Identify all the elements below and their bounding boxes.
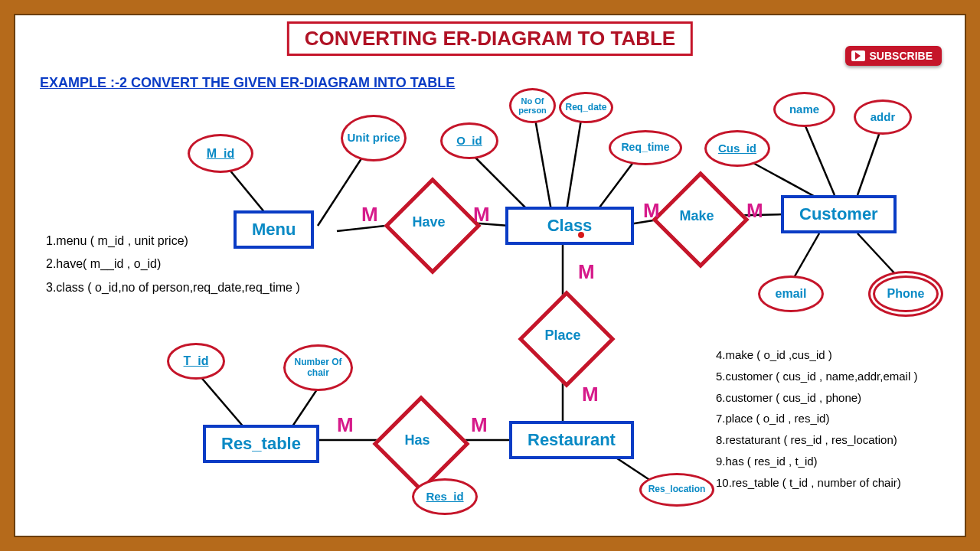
- attr-unit-price: Unit price: [341, 115, 407, 161]
- card-m: M: [578, 260, 595, 284]
- attr-name: name: [773, 92, 835, 127]
- attr-m-id: M_id: [188, 134, 253, 173]
- attr-phone: Phone: [873, 276, 939, 312]
- card-m: M: [337, 413, 354, 437]
- card-m: M: [361, 203, 378, 227]
- svg-line-5: [534, 115, 551, 210]
- entity-restaurant: Restaurant: [509, 421, 634, 459]
- diagram-canvas: CONVERTING ER-DIAGRAM TO TABLE EXAMPLE :…: [14, 14, 966, 537]
- pointer-dot: [578, 232, 584, 238]
- attr-res-id: Res_id: [412, 478, 478, 515]
- attr-num-chair: Number Of chair: [283, 344, 353, 391]
- svg-line-12: [858, 130, 880, 195]
- entity-customer: Customer: [781, 195, 897, 233]
- card-m: M: [746, 199, 763, 223]
- attr-res-location: Res_location: [639, 473, 714, 507]
- svg-line-11: [804, 122, 835, 195]
- attr-cus-id: Cus_id: [704, 130, 770, 167]
- svg-line-6: [567, 115, 582, 210]
- relation-make: Make: [666, 185, 727, 246]
- entity-res-table: Res_table: [203, 425, 319, 463]
- card-m: M: [643, 199, 660, 223]
- attr-req-date: Req_date: [559, 92, 613, 123]
- attr-addr: addr: [854, 99, 912, 135]
- attr-email: email: [758, 276, 824, 312]
- relation-place: Place: [532, 305, 593, 366]
- card-m: M: [473, 203, 490, 227]
- relation-have: Have: [398, 191, 459, 253]
- connector-lines: [15, 15, 965, 536]
- attr-req-time: Req_time: [609, 130, 682, 165]
- entity-class: Class: [505, 207, 634, 245]
- attr-o-id: O_id: [440, 122, 498, 159]
- svg-line-19: [199, 375, 245, 429]
- entity-menu: Menu: [234, 210, 314, 249]
- card-m: M: [471, 413, 488, 437]
- svg-line-1: [318, 149, 368, 226]
- card-m: M: [582, 383, 599, 406]
- attr-no-person: No Of person: [509, 88, 556, 123]
- attr-t-id: T_id: [167, 343, 225, 380]
- relation-has: Has: [387, 409, 448, 471]
